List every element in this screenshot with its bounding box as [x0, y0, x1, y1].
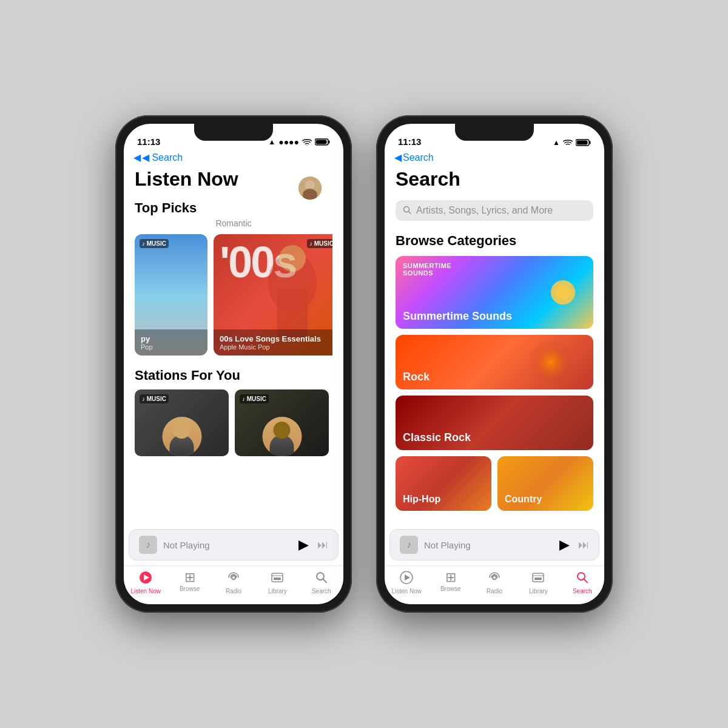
np-music-symbol-2: ♪ — [406, 539, 411, 550]
tab-radio-2[interactable]: Radio — [477, 571, 511, 595]
search-placeholder-2: Artists, Songs, Lyrics, and More — [416, 205, 553, 216]
listen-now-icon-2 — [400, 571, 413, 584]
tab-icon-library-1 — [271, 571, 284, 587]
wifi-icon-1: ●●●● — [278, 137, 299, 147]
person-head-1 — [174, 422, 190, 439]
card2-label: 00s Love Songs Essentials Apple Music Po… — [214, 329, 332, 356]
battery-icon-2 — [576, 139, 591, 146]
wifi-icon-1b — [302, 138, 312, 146]
top-picks-title: Top Picks — [135, 200, 332, 216]
tab-browse-1[interactable]: ⊞ Browse — [173, 571, 206, 595]
svg-line-32 — [584, 579, 587, 583]
sun-illustration — [545, 274, 581, 311]
screen-content-2: Search Artists, Songs, Lyrics, and More … — [385, 168, 604, 604]
tab-icon-library-2 — [531, 571, 545, 587]
station-badge-2: ♪ MUSIC — [240, 394, 269, 403]
cat-rock[interactable]: Rock — [396, 335, 593, 389]
tab-listen-now-1[interactable]: Listen Now — [129, 571, 163, 595]
cat-classic-rock[interactable]: Classic Rock — [396, 396, 593, 450]
avatar-image-1 — [298, 177, 322, 200]
station-card-1[interactable]: ♪ MUSIC — [135, 389, 229, 456]
np-skip-btn-2[interactable]: ⏭ — [578, 539, 589, 551]
svg-point-24 — [528, 339, 574, 385]
tab-search-2[interactable]: Search — [565, 571, 599, 595]
tab-browse-2[interactable]: ⊞ Browse — [434, 571, 467, 595]
back-nav-1[interactable]: ◀ ◀ Search — [124, 150, 343, 168]
back-chevron-1: ◀ — [133, 152, 141, 163]
library-icon-1 — [271, 571, 284, 584]
np-skip-btn-1[interactable]: ⏭ — [317, 539, 328, 551]
svg-rect-1 — [329, 141, 330, 144]
tab-search-1[interactable]: Search — [305, 571, 338, 595]
card2-title: 00s Love Songs Essentials — [220, 334, 332, 343]
title-row-1: Listen Now — [135, 168, 332, 190]
listen-now-icon-1 — [139, 571, 152, 584]
status-time-2: 11:13 — [398, 136, 421, 147]
status-icons-1: ▲ ●●●● — [268, 137, 330, 147]
card-00s[interactable]: ♪ MUSIC '00s — [214, 234, 332, 356]
back-nav-2[interactable]: ◀ Search — [385, 150, 604, 168]
station-card-2[interactable]: ♪ MUSIC — [235, 389, 329, 456]
tab-listen-now-2[interactable]: Listen Now — [390, 571, 423, 595]
tab-bar-2: Listen Now ⊞ Browse — [385, 565, 604, 604]
top-picks-row: ♪ MUSIC py Pop ♪ MUSIC '00s — [135, 234, 332, 356]
stations-title: Stations For You — [135, 368, 332, 383]
radio-icon-2 — [488, 571, 501, 584]
magnify-icon-2 — [403, 206, 411, 214]
tab-icon-search-2 — [576, 571, 589, 587]
back-link-1[interactable]: ◀ ◀ Search — [133, 152, 334, 163]
tab-library-2[interactable]: Library — [522, 571, 555, 595]
svg-rect-2 — [316, 140, 327, 144]
page-title-2: Search — [396, 168, 593, 190]
tab-label-browse-2: Browse — [440, 585, 460, 592]
phones-container: 11:13 ▲ ●●●● ◀ — [115, 115, 613, 613]
avatar-1[interactable] — [298, 177, 322, 200]
np-play-btn-1[interactable]: ▶ — [298, 537, 309, 553]
cat-summertime[interactable]: SUMMERTIMESOUNDS Summertime Sounds — [396, 256, 593, 329]
search-icon-2 — [576, 571, 589, 584]
card1-title: py — [141, 334, 201, 343]
cat-country[interactable]: Country — [497, 456, 593, 511]
back-link-2[interactable]: ◀ Search — [394, 152, 595, 163]
now-playing-bar-2[interactable]: ♪ Not Playing ▶ ⏭ — [389, 529, 599, 561]
np-music-symbol-1: ♪ — [146, 539, 150, 550]
card-romantic[interactable]: ♪ MUSIC py Pop — [135, 234, 207, 356]
tab-icon-browse-2: ⊞ — [445, 571, 456, 584]
svg-point-7 — [279, 245, 306, 272]
tab-label-library-1: Library — [268, 588, 287, 595]
np-play-btn-2[interactable]: ▶ — [559, 537, 570, 553]
station-badge-1: ♪ MUSIC — [140, 394, 169, 403]
cat-hiphop[interactable]: Hip-Hop — [396, 456, 491, 511]
tab-radio-1[interactable]: Radio — [217, 571, 250, 595]
search-icon-1 — [315, 571, 328, 584]
np-controls-2: ▶ ⏭ — [559, 537, 589, 553]
svg-rect-18 — [590, 141, 591, 144]
cat-summertime-top-label: SUMMERTIMESOUNDS — [403, 262, 451, 277]
tab-library-1[interactable]: Library — [261, 571, 294, 595]
notch-2 — [455, 124, 534, 141]
stations-row: ♪ MUSIC ♪ MUSIC — [135, 389, 332, 456]
cat-hiphop-label: Hip-Hop — [403, 494, 440, 505]
top-picks-subtitle: Romantic — [135, 218, 332, 228]
search-bar-icon-2 — [403, 206, 411, 216]
np-text-2: Not Playing — [424, 540, 553, 550]
tab-icon-browse-1: ⊞ — [184, 571, 195, 584]
phone-1-screen: 11:13 ▲ ●●●● ◀ — [124, 124, 343, 604]
svg-line-16 — [323, 579, 326, 583]
cat-row-bottom: Hip-Hop Country — [396, 456, 593, 517]
svg-rect-14 — [274, 578, 281, 580]
cat-rock-label: Rock — [403, 371, 430, 383]
library-icon-2 — [531, 571, 545, 584]
np-icon-1: ♪ — [139, 536, 157, 554]
tab-icon-listen-2 — [400, 571, 413, 587]
svg-rect-30 — [534, 578, 542, 580]
np-controls-1: ▶ ⏭ — [298, 537, 328, 553]
person-circle-2 — [262, 417, 302, 456]
np-text-1: Not Playing — [163, 540, 292, 550]
search-bar-2[interactable]: Artists, Songs, Lyrics, and More — [396, 200, 593, 221]
tab-label-library-2: Library — [529, 588, 548, 595]
browse-categories-title: Browse Categories — [396, 233, 593, 249]
rock-orb — [527, 338, 575, 386]
now-playing-bar-1[interactable]: ♪ Not Playing ▶ ⏭ — [129, 529, 339, 561]
tab-label-search-2: Search — [573, 588, 592, 595]
